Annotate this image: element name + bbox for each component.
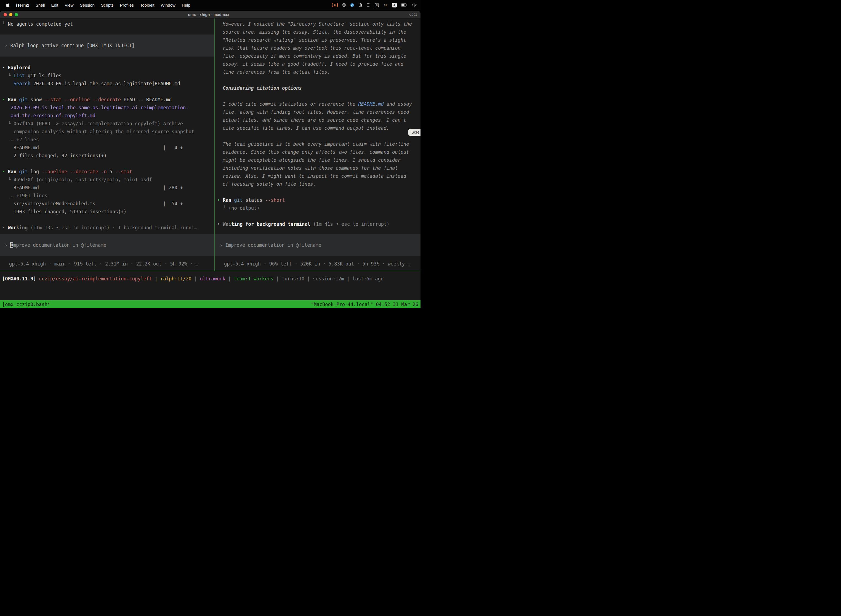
key-label: 8 bbox=[376, 4, 378, 7]
text-segment: └ bbox=[2, 21, 8, 27]
text-segment: and-the-erosion-of-copyleft.md bbox=[11, 113, 95, 119]
moon-icon[interactable] bbox=[358, 3, 363, 7]
text-segment: | bbox=[344, 276, 353, 282]
terminal-line: • Waiting for background terminal (1m 41… bbox=[217, 220, 420, 228]
text-segment: 1903 files changed, 513517 insertions(+) bbox=[2, 209, 126, 214]
prompt-text-right: › Improve documentation in @filename bbox=[220, 241, 321, 249]
tmux-status-bar: [omx-cczip0:bash* "MacBook-Pro-44.local"… bbox=[0, 300, 420, 308]
battery-icon[interactable] bbox=[401, 3, 407, 7]
menu-item[interactable]: Scripts bbox=[101, 3, 114, 7]
tmux-pane-left[interactable]: └ No agents completed yet › Ralph loop a… bbox=[0, 19, 214, 271]
keyboard-layout-icon[interactable]: A bbox=[392, 3, 397, 7]
omx-status-line: [OMX#0.11.9] cczip/essay/ai-reimplementa… bbox=[0, 271, 420, 287]
text-segment: • bbox=[2, 97, 8, 103]
text-segment: (no output) bbox=[229, 205, 259, 211]
terminal-line: └ 067f154 (HEAD -> essay/ai-reimplementa… bbox=[2, 120, 214, 128]
text-segment: Ran bbox=[8, 169, 16, 175]
text-segment: companion analysis without altering the … bbox=[2, 129, 194, 134]
window-shortcut-badge: ⌥⌘1 bbox=[394, 12, 420, 16]
text-segment: › bbox=[220, 242, 225, 248]
terminal-line: Search 2026-03-09-is-legal-the-same-as-l… bbox=[2, 80, 214, 88]
globe-icon[interactable] bbox=[342, 3, 346, 7]
text-segment: Explored bbox=[8, 65, 30, 70]
blank-line bbox=[2, 216, 214, 224]
terminal-line: └ (no output) bbox=[217, 204, 420, 212]
text-segment: --short bbox=[265, 197, 285, 203]
prompt-input-right[interactable]: › Improve documentation in @filename bbox=[215, 234, 420, 256]
terminal-line: 2026-03-09-is-legal-the-same-as-legitima… bbox=[2, 104, 214, 112]
menu-item[interactable]: Help bbox=[182, 3, 190, 7]
prompt-input-left[interactable]: › Improve documentation in @filename bbox=[0, 234, 214, 256]
wifi-icon[interactable] bbox=[412, 3, 417, 7]
tmux-pane-right[interactable]: However, I noticed the "Directory Struct… bbox=[215, 19, 420, 271]
terminal-paragraph: The team guideline is to back every impo… bbox=[223, 140, 413, 188]
text-segment: • bbox=[2, 225, 8, 230]
terminal-filler bbox=[0, 287, 420, 300]
tmux-session-label[interactable]: [omx-cczip0:bash* bbox=[2, 302, 50, 307]
text-segment: ting for background terminal bbox=[231, 221, 311, 227]
text-segment: status bbox=[243, 197, 265, 203]
text-segment: 067f154 (HEAD -> essay/ai-reimplementati… bbox=[13, 121, 183, 126]
text-segment: last:5m ago bbox=[352, 276, 384, 282]
text-segment: --stat bbox=[115, 169, 132, 175]
menu-item[interactable]: Shell bbox=[35, 3, 45, 7]
battery-percent-icon[interactable]: 61 bbox=[383, 3, 388, 7]
text-segment: └ bbox=[2, 121, 13, 126]
text-segment: mprove documentation in @filename bbox=[13, 242, 107, 248]
terminal-line: └ 4b9d30f (origin/main, instructkr/main,… bbox=[2, 176, 214, 184]
text-segment: | bbox=[152, 276, 160, 282]
blank-line bbox=[2, 160, 214, 168]
text-segment: cczip/essay/ai-reimplementation-copyleft bbox=[39, 276, 152, 282]
menu-item[interactable]: View bbox=[64, 3, 73, 7]
screen-recording-indicator[interactable] bbox=[332, 3, 338, 7]
text-segment: The team guideline is to back every impo… bbox=[223, 141, 409, 187]
model-status-left: gpt-5.4 xhigh · main · 91% left · 2.31M … bbox=[0, 260, 214, 268]
text-segment: • bbox=[2, 65, 8, 70]
menu-bar: iTerm2 ShellEditViewSessionScriptsProfil… bbox=[0, 0, 420, 10]
agents-status-line: └ No agents completed yet bbox=[2, 20, 214, 28]
text-segment: Improve documentation in @filename bbox=[225, 242, 321, 248]
apple-menu[interactable] bbox=[6, 3, 10, 7]
text-segment: src/voice/voiceModeEnabled.ts | 54 + bbox=[2, 201, 183, 207]
screen-share-overlay[interactable]: Scre bbox=[408, 129, 420, 136]
text-segment: session:12m bbox=[313, 276, 344, 282]
text-segment: 2 files changed, 92 insertions(+) bbox=[2, 153, 107, 158]
menu-item[interactable]: Toolbelt bbox=[140, 3, 154, 7]
text-segment bbox=[2, 81, 13, 87]
text-segment: I bbox=[10, 242, 13, 248]
menu-item[interactable]: Profiles bbox=[120, 3, 134, 7]
text-segment: └ bbox=[217, 205, 229, 211]
menu-item[interactable]: Window bbox=[161, 3, 176, 7]
text-segment bbox=[36, 276, 39, 282]
apps-grid-icon[interactable] bbox=[367, 3, 371, 7]
terminal-line: and-the-erosion-of-copyleft.md bbox=[2, 112, 214, 120]
terminal-paragraph: However, I noticed the "Directory Struct… bbox=[223, 20, 413, 76]
terminal-line: README.md | 280 + bbox=[2, 184, 214, 192]
menu-item[interactable]: Session bbox=[80, 3, 95, 7]
text-segment: README.md bbox=[358, 101, 384, 107]
window-title: omx --xhigh --madmax bbox=[23, 12, 394, 17]
text-segment: team:1 workers bbox=[234, 276, 273, 282]
zoom-button[interactable] bbox=[15, 13, 18, 16]
close-button[interactable] bbox=[4, 13, 7, 16]
text-segment: • bbox=[2, 169, 8, 175]
text-segment: No agents completed yet bbox=[8, 21, 73, 27]
terminal-line: • Explored bbox=[2, 64, 214, 72]
text-segment: 2026-03-09-is-legal-the-same-as-legitima… bbox=[30, 81, 180, 87]
text-segment: ultrawork bbox=[200, 276, 226, 282]
text-segment: List bbox=[13, 73, 25, 78]
battery-percent-label: 61 bbox=[384, 4, 387, 7]
text-segment: Search bbox=[13, 81, 30, 87]
minimize-button[interactable] bbox=[9, 13, 12, 16]
window-title-bar[interactable]: omx --xhigh --madmax ⌥⌘1 bbox=[0, 11, 420, 19]
terminal-line: … +1901 lines bbox=[2, 192, 214, 200]
text-segment bbox=[16, 97, 19, 103]
menu-item-iterm2[interactable]: iTerm2 bbox=[16, 3, 29, 7]
text-segment: README.md | 280 + bbox=[2, 185, 183, 191]
text-segment: --oneline --decorate -n bbox=[42, 169, 107, 175]
docker-icon[interactable] bbox=[350, 3, 354, 7]
key-icon[interactable]: 8 bbox=[375, 3, 379, 7]
terminal-paragraph: Considering citation options bbox=[223, 84, 413, 92]
menu-item[interactable]: Edit bbox=[51, 3, 58, 7]
text-segment: └ bbox=[2, 177, 13, 182]
